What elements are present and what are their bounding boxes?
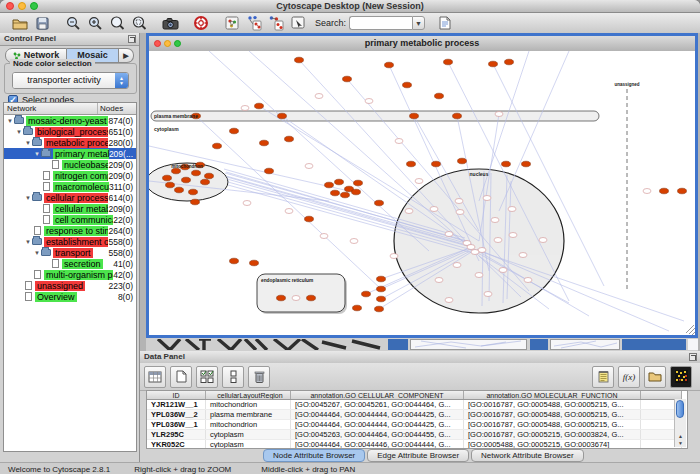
background-window-fragment[interactable] [622,339,686,350]
network-node-unselected[interactable] [456,210,464,215]
network-node[interactable] [678,188,687,194]
network-node-unselected[interactable] [494,238,502,243]
network-node-unselected[interactable] [455,199,463,204]
table-row[interactable]: YLR295Ccytoplasm[GO:0045263, GO:0044464,… [147,430,682,440]
create-attribute-button[interactable] [170,366,192,388]
network-tree-row[interactable]: unassigned223(0) [4,280,136,291]
network-node-unselected[interactable] [350,239,358,244]
network-tree-row[interactable]: cell communicat22(0) [4,214,136,225]
delete-attributes-button[interactable] [248,366,270,388]
annotation-tool-button[interactable] [287,14,309,32]
network-node[interactable] [166,182,175,188]
network-node[interactable] [407,161,416,167]
column-header[interactable]: _cellularLayoutRegion [206,391,291,400]
network-node-unselected[interactable] [643,189,651,194]
network-node[interactable] [163,175,172,181]
network-node[interactable] [331,190,340,196]
network-node-unselected[interactable] [445,298,453,303]
background-window-fragment[interactable] [530,339,548,350]
network-node[interactable] [172,168,181,174]
network-node[interactable] [189,189,198,195]
network-node-unselected[interactable] [519,253,527,258]
save-session-button[interactable] [31,14,53,32]
select-all-attributes-button[interactable] [196,366,218,388]
network-tree-row[interactable]: nitrogen compo209(0) [4,170,136,181]
app-titlebar[interactable]: Cytoscape Desktop (New Session) [0,0,700,13]
network-node-unselected[interactable] [305,164,313,169]
network-node[interactable] [175,187,184,193]
network-node-unselected[interactable] [395,139,403,144]
network-node-unselected[interactable] [495,112,503,117]
network-node-unselected[interactable] [241,106,249,111]
expand-triangle-icon[interactable]: ▼ [24,140,32,146]
network-tree-row[interactable]: macromolecule311(0) [4,181,136,192]
network-node[interactable] [205,173,214,179]
network-node-unselected[interactable] [499,268,507,273]
network-node[interactable] [505,59,514,65]
resize-grip-icon[interactable] [686,325,695,335]
network-node[interactable] [362,291,371,297]
network-tree-row[interactable]: ▼transport558(0) [4,247,136,258]
more-tabs-button[interactable]: ▶ [119,48,134,63]
network-tree-row[interactable]: ▼establishment of lo558(0) [4,236,136,247]
network-node[interactable] [325,182,334,188]
table-row[interactable]: YJR121W__1mitochondrion[GO:0045267, GO:0… [147,400,682,410]
float-panel-icon[interactable] [689,353,697,361]
scrollbar-thumb[interactable] [676,400,684,418]
network-node-unselected[interactable] [475,273,483,278]
network-tree-row[interactable]: response to stimulu264(0) [4,225,136,236]
network-node-unselected[interactable] [435,278,443,283]
network-node[interactable] [192,170,201,176]
network-node-unselected[interactable] [292,296,300,301]
table-row[interactable]: YKR052Ccytoplasm[GO:0044464, GO:0044446,… [147,440,682,450]
network-node[interactable] [230,128,239,134]
network-node[interactable] [277,295,286,301]
network-node-unselected[interactable] [453,263,461,268]
column-header[interactable]: annotation.GO CELLULAR_COMPONENT [291,391,464,400]
network-tree-row[interactable]: ▼metabolic process280(0) [4,137,136,148]
network-node[interactable] [201,179,210,185]
network-node[interactable] [278,113,287,119]
network-node[interactable] [489,61,498,67]
column-header[interactable]: annotation.GO MOLECULAR_FUNCTION [464,391,641,400]
network-node[interactable] [403,82,412,88]
network-node[interactable] [353,305,362,311]
tab-node-attribute-browser[interactable]: Node Attribute Browser [263,449,365,462]
network-node-unselected[interactable] [508,207,516,212]
scrollbar-arrows-icon[interactable]: ▲▼ [675,433,686,447]
network-node[interactable] [191,199,200,205]
network-node-unselected[interactable] [365,99,373,104]
expand-triangle-icon[interactable]: ▼ [24,239,32,245]
matrix-view-button[interactable] [670,366,692,388]
network-node[interactable] [458,158,467,164]
table-row[interactable]: YPL036W__2plasma membrane[GO:0044464, GO… [147,410,682,420]
network-node[interactable] [305,216,314,222]
network-node-unselected[interactable] [415,179,423,184]
network-node[interactable] [265,168,274,174]
network-node-unselected[interactable] [483,196,491,201]
expand-triangle-icon[interactable]: ▼ [33,151,41,157]
network-node[interactable] [230,258,239,264]
background-window-fragment[interactable] [550,339,620,350]
network-node[interactable] [250,260,259,266]
network-node[interactable] [660,188,669,194]
layout-b-button[interactable] [265,14,287,32]
zoom-out-button[interactable] [62,14,84,32]
network-node-unselected[interactable] [243,201,251,206]
network-tree-row[interactable]: ▼mosaic-demo-yeast874(0) [4,115,136,126]
network-node[interactable] [377,286,386,292]
network-tree-row[interactable]: ▼primary metabo209(... [4,148,136,159]
network-node-unselected[interactable] [320,234,328,239]
background-window-fragment[interactable] [388,339,408,350]
expand-triangle-icon[interactable]: ▼ [6,118,14,124]
network-node[interactable] [260,140,269,146]
select-attributes-button[interactable] [144,366,166,388]
column-header[interactable]: ID [147,391,206,400]
network-node-unselected[interactable] [285,209,293,214]
network-node-unselected[interactable] [445,232,453,237]
network-node-unselected[interactable] [509,233,517,238]
network-node[interactable] [354,180,363,186]
network-tree-row[interactable]: Overview8(0) [4,291,136,302]
network-node-unselected[interactable] [491,218,499,223]
network-node[interactable] [377,276,386,282]
